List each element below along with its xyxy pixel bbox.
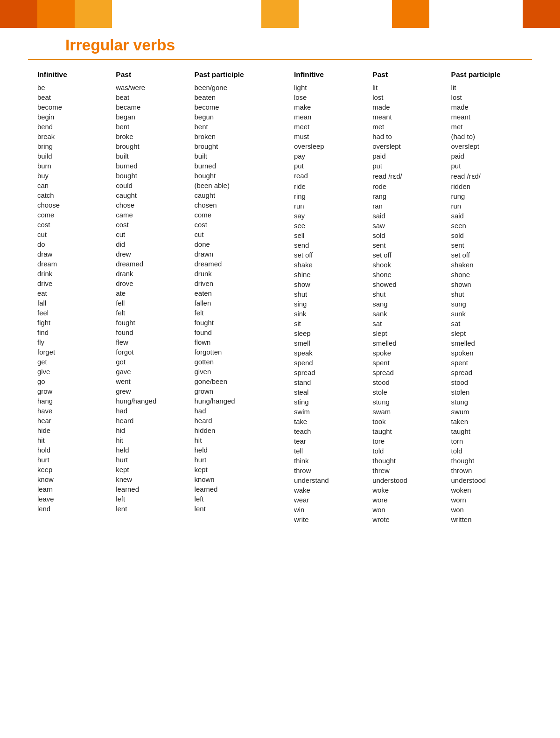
infinitive-cell: spread [294,368,372,377]
table-row: costcostcost [37,220,275,230]
past-cell: fell [116,298,194,308]
infinitive-cell: keep [37,465,116,474]
pp-cell: spread [451,368,532,377]
pp-cell: slept [451,328,532,338]
table-row: havehadhad [37,406,275,416]
infinitive-cell: drink [37,269,116,278]
infinitive-cell: shake [294,260,372,270]
pp-cell: gotten [195,357,275,367]
table-row: runranrun [294,201,532,211]
pp-cell: hidden [195,425,275,435]
table-row: fightfoughtfought [37,318,275,327]
past-cell: sent [372,240,451,250]
table-row: writewrotewritten [294,515,532,524]
table-row: breakbrokebroken [37,132,275,141]
pp-cell: found [195,327,275,337]
infinitive-cell: beat [37,92,116,102]
table-row: givegavegiven [37,367,275,376]
pp-cell: won [451,505,532,515]
past-cell: swam [372,407,451,417]
past-cell: won [372,505,451,515]
infinitive-cell: break [37,132,116,141]
infinitive-cell: hear [37,416,116,425]
infinitive-cell: put [294,161,372,171]
past-cell: drew [116,249,194,259]
past-cell: taught [372,426,451,436]
table-row: sitsatsat [294,319,532,328]
table-row: sinksanksunk [294,309,532,319]
table-row: cutcutcut [37,230,275,239]
left-header-past: Past [116,69,194,83]
main-content: Infinitive Past Past participle bewas/we… [0,60,560,538]
pp-cell: left [195,494,275,504]
past-cell: chose [116,200,194,210]
right-header-infinitive: Infinitive [294,69,372,83]
past-cell: became [116,102,194,112]
table-row: findfoundfound [37,327,275,337]
table-row: meetmetmet [294,122,532,132]
table-row: taketooktaken [294,417,532,426]
infinitive-cell: be [37,83,116,92]
pp-cell: sunk [451,309,532,319]
table-row: meanmeantmeant [294,112,532,122]
infinitive-cell: bend [37,122,116,132]
past-cell: went [116,376,194,386]
pp-cell: cost [195,220,275,230]
past-cell: bought [116,171,194,181]
table-row: thinkthoughtthought [294,456,532,466]
pp-cell: (been able) [195,181,275,190]
table-row: hurthurthurt [37,455,275,465]
past-cell: felt [116,308,194,318]
right-header-pp: Past participle [451,69,532,83]
table-row: gowentgone/been [37,376,275,386]
table-row: holdheldheld [37,445,275,455]
table-row: oversleepoversleptoverslept [294,141,532,151]
infinitive-cell: wear [294,495,372,505]
past-cell: paid [372,151,451,161]
pp-cell: run [451,201,532,211]
table-row: stealstolestolen [294,387,532,397]
infinitive-cell: must [294,132,372,141]
infinitive-cell: grow [37,386,116,396]
top-bar-segment [261,0,299,28]
past-cell: rang [372,191,451,201]
infinitive-cell: take [294,417,372,426]
table-row: hithithit [37,435,275,445]
table-row: readread /rɛd/read /rɛd/ [294,171,532,181]
pp-cell: taken [451,417,532,426]
infinitive-cell: hide [37,425,116,435]
pp-cell: gone/been [195,376,275,386]
pp-cell: understood [451,475,532,485]
past-cell: brought [116,141,194,151]
table-row: knowknewknown [37,474,275,484]
pp-cell: spent [451,358,532,368]
infinitive-cell: feel [37,308,116,318]
table-row: singsangsung [294,299,532,309]
table-row: bendbentbent [37,122,275,132]
top-bar-segment [299,0,392,28]
infinitive-cell: throw [294,466,372,475]
past-cell: showed [372,279,451,289]
top-bar-segment [523,0,560,28]
past-cell: forgot [116,347,194,357]
pp-cell: cut [195,230,275,239]
pp-cell: grown [195,386,275,396]
top-bar-segment [75,0,112,28]
pp-cell: ridden [451,181,532,191]
past-cell: got [116,357,194,367]
infinitive-cell: bring [37,141,116,151]
infinitive-cell: know [37,474,116,484]
past-cell: held [116,445,194,455]
pp-cell: shut [451,289,532,299]
pp-cell: sold [451,230,532,240]
past-cell: beat [116,92,194,102]
infinitive-cell: teach [294,426,372,436]
table-row: buyboughtbought [37,171,275,181]
past-cell: flew [116,337,194,347]
past-cell: drove [116,278,194,288]
pp-cell: told [451,446,532,456]
past-cell: tore [372,436,451,446]
pp-cell: drunk [195,269,275,278]
table-row: beginbeganbegun [37,112,275,122]
infinitive-cell: say [294,211,372,221]
